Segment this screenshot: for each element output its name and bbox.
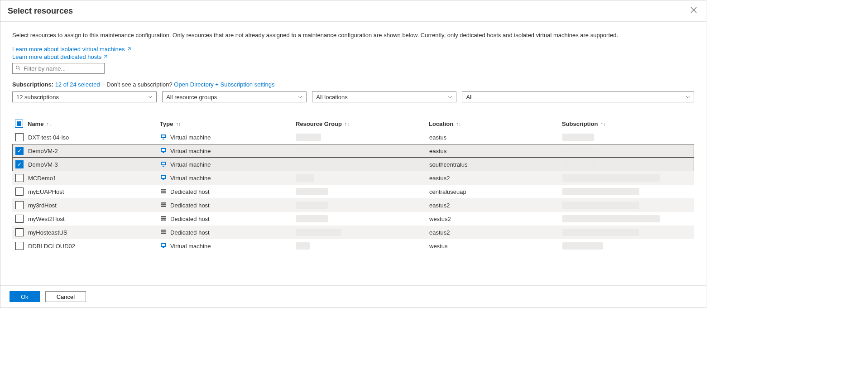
- row-checkbox[interactable]: ✓: [15, 160, 24, 168]
- locations-dropdown-value: All locations: [316, 94, 347, 101]
- column-type[interactable]: Type ↑↓: [160, 120, 296, 127]
- dedicated-host-icon: [160, 215, 167, 223]
- svg-rect-14: [161, 189, 166, 190]
- row-checkbox[interactable]: [15, 187, 24, 196]
- resource-group-redacted: [296, 161, 321, 168]
- svg-rect-7: [163, 152, 164, 153]
- table-row[interactable]: DXT-test-04-isoVirtual machineeastus: [12, 130, 694, 144]
- table-row[interactable]: DDBLDCLOUD02Virtual machinewestus: [12, 239, 694, 253]
- external-link-icon: [127, 46, 131, 53]
- filter-dropdowns: 12 subscriptions All resource groups All…: [12, 91, 694, 102]
- column-subscription[interactable]: Subscription ↑↓: [562, 120, 698, 127]
- subscription-redacted: [562, 161, 594, 168]
- resource-type: Virtual machine: [170, 175, 211, 182]
- sort-icon: ↑↓: [600, 121, 605, 126]
- resource-groups-dropdown[interactable]: All resource groups: [162, 91, 307, 102]
- table-row[interactable]: ✓DemoVM-2Virtual machineeastus: [12, 144, 694, 158]
- resource-groups-dropdown-value: All resource groups: [166, 94, 217, 101]
- row-checkbox[interactable]: [15, 215, 24, 223]
- table-row[interactable]: ✓DemoVM-3Virtual machinesouthcentralus: [12, 158, 694, 171]
- column-loc-label: Location: [429, 120, 453, 127]
- select-resources-panel: Select resources Select resources to ass…: [0, 0, 706, 308]
- resource-type: Virtual machine: [170, 134, 211, 141]
- directory-settings-link[interactable]: Open Directory + Subscription settings: [174, 81, 274, 88]
- resource-name: myEUAPHost: [28, 188, 64, 195]
- table-row[interactable]: my3rdHostDedicated hosteastus2: [12, 198, 694, 212]
- resource-location: eastus2: [429, 229, 562, 236]
- row-checkbox[interactable]: ✓: [15, 147, 24, 155]
- type-dropdown[interactable]: All: [462, 91, 694, 102]
- column-sub-label: Subscription: [562, 120, 598, 127]
- column-location[interactable]: Location ↑↓: [429, 120, 562, 127]
- subscriptions-dropdown[interactable]: 12 subscriptions: [12, 91, 157, 102]
- resource-type: Dedicated host: [170, 229, 210, 236]
- grid-header-row: Name ↑↓ Type ↑↓ Resource Group ↑↓ Locati…: [12, 117, 694, 130]
- resource-type: Dedicated host: [170, 188, 210, 195]
- svg-rect-10: [163, 166, 164, 167]
- resource-type: Dedicated host: [170, 216, 210, 222]
- resource-name: DemoVM-3: [28, 161, 58, 168]
- dedicated-host-icon: [160, 188, 167, 196]
- svg-rect-25: [161, 233, 166, 234]
- column-name[interactable]: Name ↑↓: [28, 120, 51, 127]
- dedicated-host-icon: [160, 202, 167, 209]
- external-link-icon: [103, 53, 108, 60]
- resource-group-redacted: [296, 188, 328, 195]
- close-icon[interactable]: [689, 5, 699, 17]
- row-checkbox[interactable]: [15, 201, 24, 209]
- subscriptions-dropdown-value: 12 subscriptions: [16, 94, 59, 101]
- filter-input-wrapper[interactable]: [12, 63, 105, 74]
- resource-location: eastus: [429, 148, 562, 154]
- resource-type: Virtual machine: [170, 243, 211, 250]
- table-row[interactable]: myWest2HostDedicated hostwestus2: [12, 212, 694, 226]
- column-rg-label: Resource Group: [296, 120, 342, 127]
- resource-group-redacted: [296, 215, 328, 222]
- svg-rect-18: [161, 204, 166, 205]
- row-checkbox[interactable]: [15, 242, 24, 250]
- resource-name: MCDemo1: [28, 175, 56, 182]
- table-row[interactable]: MCDemo1Virtual machineeastus2: [12, 171, 694, 185]
- subscription-redacted: [562, 147, 594, 154]
- subscription-redacted: [562, 188, 639, 195]
- select-all-checkbox[interactable]: [15, 120, 23, 128]
- row-checkbox[interactable]: [15, 133, 24, 141]
- table-row[interactable]: myHosteastUSDedicated hosteastus2: [12, 226, 694, 239]
- chevron-down-icon: [448, 94, 452, 101]
- learn-vm-link-text: Learn more about isolated virtual machin…: [12, 46, 125, 53]
- search-icon: [15, 65, 21, 72]
- subscription-redacted: [562, 134, 594, 141]
- svg-rect-12: [162, 176, 165, 178]
- panel-title: Select resources: [8, 6, 73, 16]
- subscription-redacted: [562, 242, 603, 250]
- svg-rect-15: [161, 190, 166, 192]
- resource-name: DDBLDCLOUD02: [28, 243, 75, 250]
- locations-dropdown[interactable]: All locations: [312, 91, 456, 102]
- resource-location: westus: [429, 243, 562, 250]
- svg-rect-16: [161, 192, 166, 193]
- column-name-label: Name: [28, 120, 43, 127]
- dedicated-host-icon: [160, 229, 167, 236]
- resource-name: DemoVM-2: [28, 148, 58, 154]
- subscriptions-count-link[interactable]: 12 of 24 selected: [55, 81, 100, 88]
- learn-vm-link[interactable]: Learn more about isolated virtual machin…: [12, 46, 131, 53]
- table-row[interactable]: myEUAPHostDedicated hostcentraluseuap: [12, 185, 694, 198]
- resource-group-redacted: [296, 147, 321, 154]
- row-checkbox[interactable]: [15, 174, 24, 182]
- row-checkbox[interactable]: [15, 228, 24, 236]
- cancel-button[interactable]: Cancel: [45, 291, 86, 302]
- column-resource-group[interactable]: Resource Group ↑↓: [296, 120, 429, 127]
- vm-icon: [160, 147, 167, 155]
- vm-icon: [160, 242, 167, 250]
- svg-rect-23: [161, 230, 166, 231]
- filter-input[interactable]: [24, 65, 101, 72]
- resource-location: centraluseuap: [429, 188, 562, 195]
- resource-name: my3rdHost: [28, 202, 57, 209]
- svg-rect-13: [163, 179, 164, 180]
- learn-host-link[interactable]: Learn more about dedicated hosts: [12, 53, 108, 60]
- svg-rect-24: [161, 231, 166, 232]
- subscriptions-hint: – Don't see a subscription?: [101, 81, 174, 88]
- ok-button[interactable]: Ok: [10, 291, 40, 302]
- resource-name: myHosteastUS: [28, 229, 67, 236]
- resource-type: Dedicated host: [170, 202, 210, 209]
- svg-rect-22: [161, 219, 166, 221]
